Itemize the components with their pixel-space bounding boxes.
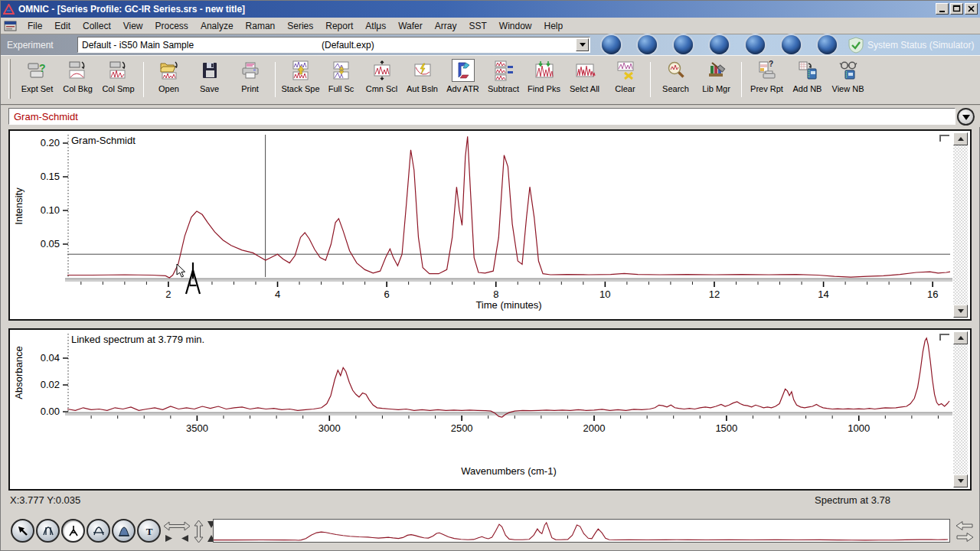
toolbar-button-advatr[interactable]: Adv ATR xyxy=(443,59,483,102)
peak-cursor-tool-button[interactable] xyxy=(36,519,60,543)
peak-area-tool-icon xyxy=(116,523,132,539)
status-orb-icon-5[interactable] xyxy=(746,35,765,54)
spectrum-selector-field[interactable]: Gram-Schmidt xyxy=(8,108,956,125)
peak-height-tool-button[interactable] xyxy=(87,519,110,543)
toolbar-button-label: Stack Spe xyxy=(281,84,319,93)
status-orb-icon-2[interactable] xyxy=(638,35,657,54)
svg-text:Time (minutes): Time (minutes) xyxy=(475,299,541,311)
svg-text:2500: 2500 xyxy=(451,422,473,434)
toolbar-button-print[interactable]: Print xyxy=(230,59,270,102)
toolbar-button-exptset[interactable]: ?Expt Set xyxy=(17,59,57,102)
toolbar-button-subtract[interactable]: Subtract xyxy=(483,59,524,102)
menu-item-edit[interactable]: Edit xyxy=(48,18,77,34)
menu-item-raman[interactable]: Raman xyxy=(240,18,282,34)
toolbar-button-fullsc[interactable]: Full Sc xyxy=(321,59,361,102)
experiment-file: (Default.exp) xyxy=(322,40,374,51)
advatr-icon xyxy=(452,59,475,82)
toolbar-button-autbsln[interactable]: Aut Bsln xyxy=(402,59,443,102)
gram-schmidt-scrollbar[interactable] xyxy=(953,132,968,318)
menu-item-file[interactable]: File xyxy=(21,18,48,34)
scroll-up-button[interactable] xyxy=(953,132,968,145)
subtract-icon xyxy=(492,59,515,82)
experiment-bar: Experiment Default - iS50 Main Sample (D… xyxy=(1,34,980,55)
pane-corner-icon[interactable] xyxy=(939,334,949,341)
status-orb-icon-1[interactable] xyxy=(602,35,621,54)
expand-x-icon[interactable] xyxy=(162,520,191,532)
selctall-icon xyxy=(573,59,596,82)
status-orb-icon-4[interactable] xyxy=(710,35,729,54)
toolbar-button-selctall[interactable]: Selct All xyxy=(564,59,605,102)
toolbar-button-stackspe[interactable]: Stack Spe xyxy=(280,59,321,102)
chromatogram-overview-strip[interactable] xyxy=(213,519,950,543)
menu-item-collect[interactable]: Collect xyxy=(77,18,117,34)
title-bar: OMNIC - [Series Profile: GC-IR Series.sr… xyxy=(1,1,980,18)
menu-item-window[interactable]: Window xyxy=(493,18,538,34)
minimize-button[interactable] xyxy=(936,3,949,15)
toolbar-button-colsmp[interactable]: Col Smp xyxy=(98,59,139,102)
status-orb-icon-3[interactable] xyxy=(674,35,693,54)
toolbar-button-colbkg[interactable]: Col Bkg xyxy=(57,59,98,102)
linked-spectrum-scrollbar[interactable] xyxy=(953,331,968,487)
menu-item-wafer[interactable]: Wafer xyxy=(392,18,429,34)
system-status-shield-icon[interactable] xyxy=(848,37,864,54)
svg-text:Gram-Schmidt: Gram-Schmidt xyxy=(71,135,136,146)
menu-item-process[interactable]: Process xyxy=(149,18,194,34)
toolbar-button-libmgr[interactable]: Lib Mgr xyxy=(696,59,737,102)
toolbar-separator xyxy=(741,62,742,97)
toolbar-button-search[interactable]: Search xyxy=(655,59,696,102)
scroll-down-button[interactable] xyxy=(953,305,968,318)
menu-item-analyze[interactable]: Analyze xyxy=(194,18,240,34)
scroll-up-button[interactable] xyxy=(953,331,968,344)
toolbar-grip[interactable] xyxy=(8,59,11,99)
select-tool-button[interactable] xyxy=(11,519,34,543)
svg-text:0.02: 0.02 xyxy=(41,379,60,390)
scroll-left-button[interactable] xyxy=(955,520,975,531)
svg-text:Linked spectrum at 3.779 min.: Linked spectrum at 3.779 min. xyxy=(71,334,204,345)
selector-dropdown-button[interactable] xyxy=(957,108,975,126)
document-system-icon[interactable] xyxy=(4,21,17,31)
toolbar-button-addnb[interactable]: Add NB xyxy=(787,59,828,102)
toolbar-button-findpks[interactable]: Find Pks xyxy=(524,59,564,102)
menu-item-array[interactable]: Array xyxy=(429,18,463,34)
gram-schmidt-chart[interactable]: 0.050.100.150.20246810121416Gram-Schmidt… xyxy=(10,131,970,319)
contract-x-icon[interactable] xyxy=(163,533,191,543)
scroll-right-button[interactable] xyxy=(955,532,975,543)
peak-height-tool-icon xyxy=(91,523,106,539)
status-orb-icon-6[interactable] xyxy=(782,35,801,54)
peak-area-tool-button[interactable] xyxy=(112,519,136,543)
toolbar-button-label: Selct All xyxy=(570,84,599,93)
scroll-down-button[interactable] xyxy=(953,474,968,487)
close-button[interactable] xyxy=(965,3,978,15)
menu-items: FileEditCollectViewProcessAnalyzeRamanSe… xyxy=(21,18,569,34)
menu-item-series[interactable]: Series xyxy=(281,18,319,34)
toolbar-button-cmnscl[interactable]: Cmn Scl xyxy=(361,59,402,102)
print-icon xyxy=(239,59,262,82)
menu-item-view[interactable]: View xyxy=(117,18,149,34)
linked-spectrum-pane: 0.000.020.04350030002500200015001000Link… xyxy=(8,328,972,491)
pane-corner-icon[interactable] xyxy=(939,135,949,142)
toolbar-button-label: Adv ATR xyxy=(446,84,479,93)
experiment-dropdown-arrow[interactable] xyxy=(576,38,589,51)
fullsc-icon xyxy=(330,59,353,82)
menu-item-help[interactable]: Help xyxy=(538,18,570,34)
toolbar-button-prevrpt[interactable]: ?Prev Rpt xyxy=(746,59,787,102)
toolbar-separator xyxy=(143,62,144,97)
menu-item-atlμs[interactable]: Atlμs xyxy=(359,18,392,34)
menu-item-sst[interactable]: SST xyxy=(462,18,492,34)
toolbar-button-clear[interactable]: Clear xyxy=(605,59,645,102)
search-icon xyxy=(665,59,688,82)
linked-spectrum-chart[interactable]: 0.000.020.04350030002500200015001000Link… xyxy=(10,330,970,489)
libmgr-icon xyxy=(705,59,728,82)
instrument-orb-buttons xyxy=(602,34,837,55)
menu-item-report[interactable]: Report xyxy=(319,18,359,34)
expand-y-icon[interactable] xyxy=(193,519,204,544)
experiment-combobox[interactable]: Default - iS50 Main Sample (Default.exp) xyxy=(77,37,590,53)
spectral-cursor-tool-button[interactable] xyxy=(61,519,85,543)
text-tool-button[interactable]: T xyxy=(137,519,161,543)
svg-text:1500: 1500 xyxy=(715,422,737,434)
toolbar-button-viewnb[interactable]: View NB xyxy=(828,59,868,102)
maximize-button[interactable] xyxy=(950,3,963,15)
status-orb-icon-7[interactable] xyxy=(818,35,837,54)
toolbar-button-open[interactable]: Open xyxy=(149,59,189,102)
toolbar-button-save[interactable]: Save xyxy=(189,59,230,102)
